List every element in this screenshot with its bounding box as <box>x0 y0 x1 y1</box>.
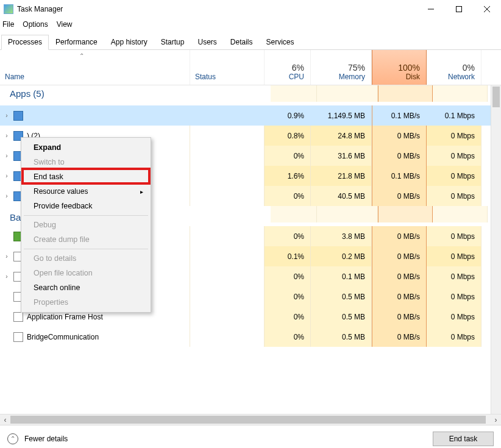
group-apps[interactable]: Apps (5) <box>0 85 501 105</box>
header-disk[interactable]: 100% Disk <box>372 50 427 85</box>
menu-bar: File Options View <box>0 18 501 30</box>
header-memory[interactable]: 75% Memory <box>311 50 372 85</box>
ctx-switch-to: Switch to <box>23 155 149 169</box>
ctx-create-dump: Create dump file <box>23 232 149 247</box>
ctx-debug: Debug <box>23 218 149 232</box>
app-icon <box>4 4 13 14</box>
window-title: Task Manager <box>17 5 63 13</box>
app-icon <box>13 312 23 322</box>
window-controls <box>417 0 501 18</box>
expand-icon[interactable]: › <box>4 132 10 139</box>
expand-icon[interactable]: › <box>4 193 10 199</box>
scroll-right-icon[interactable]: › <box>491 414 501 425</box>
horizontal-scrollbar[interactable]: ‹ › <box>0 414 501 425</box>
close-button[interactable] <box>473 0 501 18</box>
app-icon <box>13 332 23 342</box>
tab-details[interactable]: Details <box>224 35 260 50</box>
header-status[interactable]: Status <box>190 50 265 85</box>
tab-strip: Processes Performance App history Startu… <box>0 34 501 50</box>
fewer-details-icon[interactable]: ⌃ <box>7 433 18 444</box>
fewer-details-label[interactable]: Fewer details <box>24 435 68 443</box>
expand-icon[interactable]: › <box>4 172 10 179</box>
title-bar: Task Manager <box>0 0 501 18</box>
expand-icon[interactable]: › <box>4 112 10 119</box>
tab-users[interactable]: Users <box>191 35 223 50</box>
scrollbar-thumb[interactable] <box>492 87 500 107</box>
expand-icon[interactable]: › <box>4 253 10 260</box>
ctx-separator <box>24 215 148 216</box>
ctx-go-to-details: Go to details <box>23 251 149 266</box>
ctx-separator <box>24 249 148 249</box>
minimize-button[interactable] <box>417 0 445 18</box>
tab-app-history[interactable]: App history <box>104 35 154 50</box>
menu-options[interactable]: Options <box>23 20 48 29</box>
scroll-left-icon[interactable]: ‹ <box>0 414 10 425</box>
header-cpu[interactable]: 6% CPU <box>265 50 311 85</box>
footer: ⌃ Fewer details End task <box>0 425 501 448</box>
header-network[interactable]: 0% Network <box>427 50 481 85</box>
ctx-expand[interactable]: Expand <box>23 140 149 155</box>
maximize-button[interactable] <box>445 0 473 18</box>
tab-performance[interactable]: Performance <box>49 35 104 50</box>
expand-icon[interactable]: › <box>4 152 10 159</box>
scrollbar-thumb[interactable] <box>10 416 486 424</box>
process-row[interactable]: ›BridgeCommunication 0% 0.5 MB 0 MB/s 0 … <box>0 327 501 347</box>
ctx-end-task[interactable]: End task <box>23 169 149 184</box>
ctx-properties: Properties <box>23 295 149 310</box>
column-headers: ⌃ Name Status 6% CPU 75% Memory 100% Dis… <box>0 50 501 85</box>
menu-view[interactable]: View <box>57 20 73 29</box>
tab-services[interactable]: Services <box>260 35 301 50</box>
end-task-button[interactable]: End task <box>433 432 494 446</box>
sort-caret-icon: ⌃ <box>79 52 84 59</box>
chevron-right-icon: ▸ <box>140 188 143 195</box>
svg-rect-1 <box>457 7 462 12</box>
header-name[interactable]: Name <box>0 50 190 85</box>
vertical-scrollbar[interactable] <box>491 85 501 414</box>
app-icon <box>13 111 23 121</box>
context-menu: Expand Switch to End task Resource value… <box>21 137 151 313</box>
ctx-search-online[interactable]: Search online <box>23 280 149 295</box>
ctx-resource-values[interactable]: Resource values▸ <box>23 184 149 199</box>
ctx-open-file-location: Open file location <box>23 266 149 280</box>
tab-processes[interactable]: Processes <box>1 35 49 50</box>
menu-file[interactable]: File <box>2 20 14 29</box>
tab-startup[interactable]: Startup <box>154 35 191 50</box>
ctx-provide-feedback[interactable]: Provide feedback <box>23 199 149 213</box>
expand-icon[interactable]: › <box>4 273 10 280</box>
process-row[interactable]: › 0.9% 1,149.5 MB 0.1 MB/s 0.1 Mbps <box>0 105 501 126</box>
